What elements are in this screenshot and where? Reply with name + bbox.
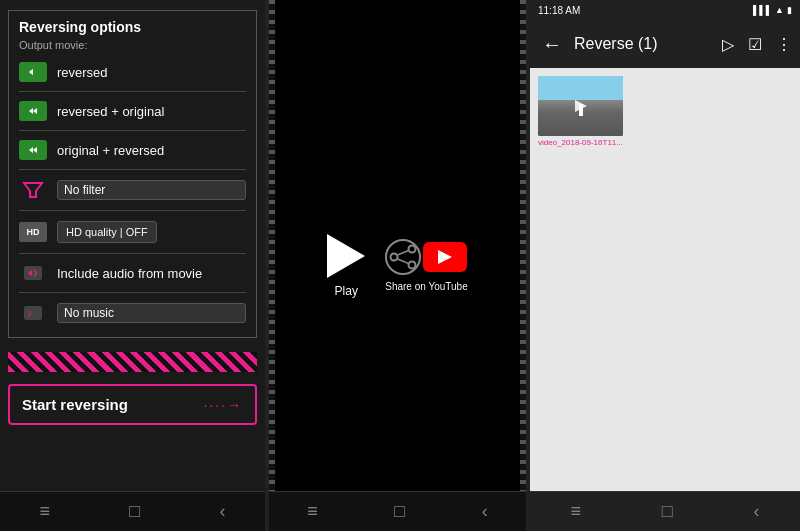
middle-nav-back-icon[interactable]: ‹: [482, 501, 488, 522]
reversed-original-icon: [19, 101, 47, 121]
wifi-icon: ▲: [775, 5, 784, 15]
divider-6: [19, 292, 246, 293]
share-area[interactable]: Share on YouTube: [385, 239, 467, 292]
hd-button[interactable]: HD quality | OFF: [57, 221, 157, 243]
divider-4: [19, 210, 246, 211]
middle-nav-home-icon[interactable]: □: [394, 501, 405, 522]
right-nav-menu-icon[interactable]: ≡: [570, 501, 581, 522]
hd-row: HD HD quality | OFF: [19, 215, 246, 249]
filter-select[interactable]: No filter: [57, 180, 246, 200]
left-bottom-nav: ≡ □ ‹: [0, 491, 265, 531]
start-reversing-button[interactable]: Start reversing ····→: [8, 384, 257, 425]
right-header: ← Reverse (1) ▷ ☑ ⋮: [530, 20, 800, 68]
header-icons: ▷ ☑ ⋮: [722, 35, 792, 54]
left-nav-home-icon[interactable]: □: [129, 501, 140, 522]
right-bottom-nav: ≡ □ ‹: [530, 491, 800, 531]
play-icon: [327, 234, 365, 278]
options-title: Reversing options: [19, 19, 246, 35]
middle-nav-menu-icon[interactable]: ≡: [307, 501, 318, 522]
right-nav-home-icon[interactable]: □: [662, 501, 673, 522]
divider-2: [19, 130, 246, 131]
status-time: 11:18 AM: [538, 5, 580, 16]
filter-row: No filter: [19, 174, 246, 206]
option-reversed-label: reversed: [57, 65, 108, 80]
hd-label: HD quality | OFF: [66, 226, 148, 238]
back-button[interactable]: ←: [538, 29, 566, 60]
reversed-icon: [19, 62, 47, 82]
reversing-options-box: Reversing options Output movie: reversed: [8, 10, 257, 338]
svg-marker-3: [24, 183, 42, 197]
right-sep: [520, 0, 526, 491]
filter-icon: [19, 180, 47, 200]
play-header-icon[interactable]: ▷: [722, 35, 734, 54]
divider-3: [19, 169, 246, 170]
output-label: Output movie:: [19, 39, 246, 51]
video-thumbnail[interactable]: video_2018-09-16T11...: [538, 76, 623, 147]
status-icons: ▌▌▌ ▲ ▮: [753, 5, 792, 15]
svg-line-12: [398, 259, 409, 264]
music-row: ♪ No music: [19, 297, 246, 329]
thumb-image: [538, 76, 623, 136]
music-icon: ♪: [19, 303, 47, 323]
middle-content: Play: [327, 234, 467, 298]
middle-bottom-nav: ≡ □ ‹: [269, 491, 526, 531]
hd-icon: HD: [19, 222, 47, 242]
option-original-reversed[interactable]: original + reversed: [19, 135, 246, 165]
left-nav-menu-icon[interactable]: ≡: [40, 501, 51, 522]
play-label: Play: [335, 284, 358, 298]
left-nav-back-icon[interactable]: ‹: [219, 501, 225, 522]
stripe-band: [8, 352, 257, 372]
divider-1: [19, 91, 246, 92]
youtube-play-icon: [438, 250, 452, 264]
left-sep: [269, 0, 275, 491]
svg-point-8: [409, 246, 416, 253]
share-circle-icon: [385, 239, 421, 275]
battery-icon: ▮: [787, 5, 792, 15]
play-share-row: Play: [327, 234, 467, 298]
svg-rect-4: [24, 266, 42, 280]
youtube-icon: [423, 242, 467, 272]
original-reversed-icon: [19, 140, 47, 160]
select-header-icon[interactable]: ☑: [748, 35, 762, 54]
status-bar: 11:18 AM ▌▌▌ ▲ ▮: [530, 0, 800, 20]
left-panel: Reversing options Output movie: reversed: [0, 0, 265, 531]
right-nav-back-icon[interactable]: ‹: [754, 501, 760, 522]
start-arrow: ····→: [203, 397, 243, 413]
thumb-label: video_2018-09-16T11...: [538, 138, 623, 147]
music-select[interactable]: No music: [57, 303, 246, 323]
thumb-play-icon: [575, 100, 587, 112]
option-reversed-original-label: reversed + original: [57, 104, 164, 119]
svg-point-9: [409, 262, 416, 269]
signal-icon: ▌▌▌: [753, 5, 772, 15]
right-panel: 11:18 AM ▌▌▌ ▲ ▮ ← Reverse (1) ▷ ☑ ⋮ vid…: [530, 0, 800, 531]
audio-row[interactable]: Include audio from movie: [19, 258, 246, 288]
audio-icon: [19, 263, 47, 283]
play-button-area[interactable]: Play: [327, 234, 365, 298]
more-options-icon[interactable]: ⋮: [776, 35, 792, 54]
audio-label: Include audio from movie: [57, 266, 202, 281]
option-reversed[interactable]: reversed: [19, 57, 246, 87]
option-reversed-original[interactable]: reversed + original: [19, 96, 246, 126]
video-grid: video_2018-09-16T11...: [530, 68, 800, 491]
start-button-label: Start reversing: [22, 396, 128, 413]
svg-text:♪: ♪: [27, 307, 33, 319]
svg-point-10: [391, 254, 398, 261]
share-icons: [385, 239, 467, 275]
share-label: Share on YouTube: [385, 281, 467, 292]
middle-panel: Play: [265, 0, 530, 531]
option-original-reversed-label: original + reversed: [57, 143, 164, 158]
divider-5: [19, 253, 246, 254]
right-title: Reverse (1): [574, 35, 714, 53]
dots-arrow: ····→: [203, 397, 243, 413]
svg-line-11: [398, 251, 409, 256]
